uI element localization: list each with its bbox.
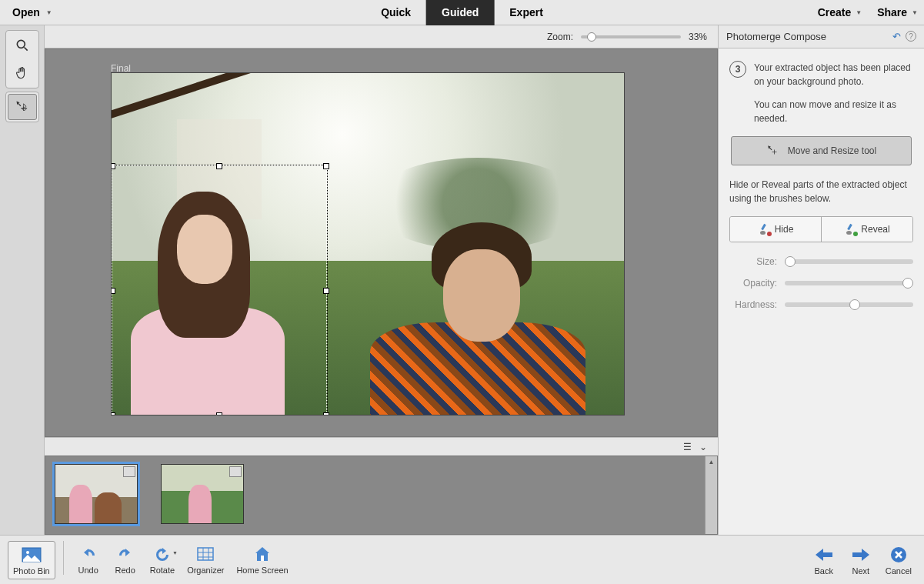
cancel-icon (888, 545, 909, 565)
size-slider-thumb[interactable] (785, 256, 796, 267)
cancel-button[interactable]: Cancel (881, 542, 916, 579)
collapse-icon[interactable]: ⌄ (699, 442, 707, 452)
tab-guided[interactable]: Guided (426, 0, 494, 25)
redo-button[interactable]: Redo (108, 541, 142, 578)
hardness-slider-thumb[interactable] (849, 299, 860, 310)
magnifier-icon (15, 38, 30, 53)
move-resize-tool-button[interactable]: Move and Resize tool (731, 136, 912, 165)
redo-icon (115, 544, 136, 564)
resize-handle-tm[interactable] (216, 163, 222, 169)
svg-line-1 (24, 48, 27, 51)
reveal-label: Reveal (861, 224, 889, 235)
home-screen-button[interactable]: Home Screen (232, 541, 292, 578)
canvas-options-strip: ☰ ⌄ (45, 437, 718, 456)
tab-expert[interactable]: Expert (494, 0, 559, 25)
hand-icon (15, 65, 30, 81)
panel-body: 3 Your extracted object has been placed … (719, 48, 924, 535)
thumbnail-badge-icon (229, 466, 242, 477)
move-icon (15, 99, 30, 115)
cancel-label: Cancel (886, 566, 912, 576)
photo-bin-label: Photo Bin (13, 566, 50, 576)
undo-label: Undo (78, 566, 98, 575)
rotate-label: Rotate (150, 566, 175, 575)
move-resize-label: Move and Resize tool (788, 145, 876, 156)
reveal-brush-button[interactable]: Reveal (822, 217, 912, 242)
step-instruction-text: Your extracted object has been placed on… (754, 61, 913, 88)
resize-handle-bl[interactable] (111, 412, 115, 415)
resize-handle-tr[interactable] (323, 163, 329, 169)
brush-help-text: Hide or Reveal parts of the extracted ob… (729, 178, 913, 205)
dropdown-arrow-icon: ▼ (912, 9, 918, 16)
left-toolbar (0, 25, 45, 535)
resize-handle-ml[interactable] (111, 288, 115, 294)
hide-brush-button[interactable]: Hide (730, 217, 822, 242)
move-tool[interactable] (8, 94, 37, 120)
zoom-label: Zoom: (547, 32, 573, 42)
create-label: Create (818, 6, 852, 18)
panel-title: Photomerge Compose (726, 31, 826, 42)
svg-point-7 (26, 551, 29, 554)
boy-subject (370, 222, 585, 415)
move-tool-group (5, 92, 39, 122)
brush-icon (758, 224, 770, 235)
photo-bin: ▲ (45, 456, 718, 535)
rotate-button[interactable]: ▼ Rotate (145, 541, 179, 578)
photo-bin-scrollbar[interactable]: ▲ (705, 456, 717, 534)
home-label: Home Screen (236, 566, 288, 575)
reset-icon[interactable]: ↶ (892, 31, 901, 42)
open-menu-button[interactable]: Open ▼ (6, 3, 58, 22)
undo-button[interactable]: Undo (72, 541, 105, 578)
canvas-viewport[interactable]: Final (45, 48, 718, 437)
resize-handle-tl[interactable] (111, 163, 115, 169)
resize-handle-br[interactable] (323, 412, 329, 415)
composite-image[interactable] (111, 72, 625, 415)
create-menu-button[interactable]: Create ▼ (818, 6, 862, 18)
organizer-label: Organizer (187, 566, 224, 575)
zoom-slider-handle[interactable] (587, 32, 596, 42)
thumbnail-1[interactable] (55, 464, 138, 524)
hand-tool[interactable] (8, 60, 37, 86)
back-arrow-icon (813, 545, 835, 565)
selection-bounding-box[interactable] (112, 165, 327, 415)
photo-bin-button[interactable]: Photo Bin (8, 541, 55, 579)
bottom-toolbar: Photo Bin Undo Redo ▼ Rotate Organizer H… (0, 535, 924, 584)
panel-header: Photomerge Compose ↶ ? (719, 25, 924, 48)
redo-label: Redo (115, 566, 135, 575)
zoom-bar: Zoom: 33% (45, 25, 718, 48)
zoom-tool[interactable] (8, 32, 37, 58)
back-label: Back (815, 566, 833, 576)
move-icon (766, 144, 780, 158)
svg-rect-8 (198, 548, 213, 560)
undo-icon (78, 544, 99, 564)
view-options-icon[interactable]: ☰ (683, 442, 692, 452)
resize-handle-bm[interactable] (216, 412, 222, 415)
scroll-up-icon[interactable]: ▲ (706, 456, 717, 467)
resize-handle-mr[interactable] (323, 288, 329, 294)
opacity-slider-thumb[interactable] (902, 278, 913, 289)
next-button[interactable]: Next (844, 542, 878, 579)
organizer-button[interactable]: Organizer (182, 541, 228, 578)
view-tools-group (5, 30, 39, 88)
next-arrow-icon (850, 545, 872, 565)
rotate-icon: ▼ (152, 544, 173, 564)
open-label: Open (12, 6, 40, 18)
opacity-slider[interactable] (785, 281, 913, 285)
hardness-label: Hardness: (729, 299, 777, 310)
dropdown-arrow-icon: ▼ (856, 9, 862, 16)
back-button[interactable]: Back (807, 542, 841, 579)
main-area: Zoom: 33% Final (0, 25, 924, 535)
organizer-icon (195, 544, 216, 564)
separator (63, 541, 64, 575)
brush-icon (844, 224, 856, 235)
zoom-value: 33% (689, 32, 707, 42)
thumbnail-2[interactable] (161, 464, 244, 524)
size-label: Size: (729, 256, 777, 267)
zoom-slider[interactable] (581, 35, 681, 38)
svg-point-0 (17, 40, 25, 48)
hardness-slider[interactable] (785, 302, 913, 307)
share-menu-button[interactable]: Share ▼ (877, 6, 918, 18)
size-slider[interactable] (785, 259, 913, 264)
mode-tabs: Quick Guided Expert (365, 0, 559, 25)
help-icon[interactable]: ? (906, 31, 916, 42)
tab-quick[interactable]: Quick (365, 0, 426, 25)
